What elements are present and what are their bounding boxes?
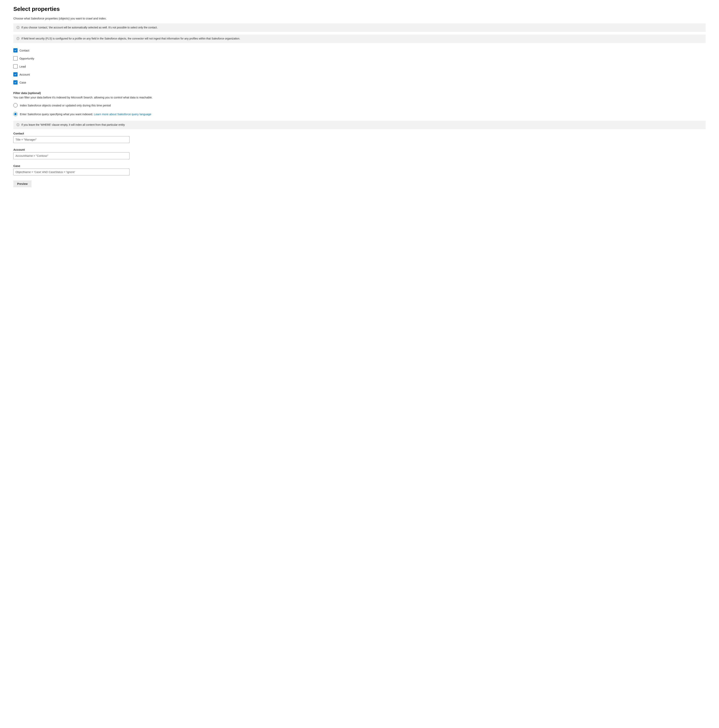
learn-more-link[interactable]: Learn more about Salesforce query langua… bbox=[94, 113, 151, 116]
checkbox-account[interactable]: Account bbox=[13, 72, 706, 76]
query-input-case[interactable] bbox=[13, 168, 130, 176]
radio-button[interactable] bbox=[13, 103, 18, 107]
checkbox-label: Account bbox=[20, 73, 30, 76]
filter-heading: Filter data (optional) bbox=[13, 91, 706, 95]
info-banner-where: If you leave the 'WHERE' clause empty, i… bbox=[13, 121, 706, 129]
checkbox-case[interactable]: Case bbox=[13, 80, 706, 84]
checkbox-label: Lead bbox=[20, 65, 26, 68]
info-banner-contact: If you choose 'contact,' the account wil… bbox=[13, 23, 706, 32]
checkbox-box[interactable] bbox=[13, 72, 18, 76]
info-banner-message: If you leave the 'WHERE' clause empty, i… bbox=[21, 123, 125, 127]
query-field-contact: Contact bbox=[13, 132, 706, 143]
checkbox-box[interactable] bbox=[13, 48, 18, 52]
svg-point-1 bbox=[18, 27, 18, 27]
field-label: Case bbox=[13, 164, 706, 167]
filter-sub: You can filter your data before it's ind… bbox=[13, 96, 706, 99]
info-banner-message: If you choose 'contact,' the account wil… bbox=[21, 26, 158, 29]
checkbox-label: Contact bbox=[20, 49, 29, 52]
info-icon bbox=[17, 26, 20, 29]
query-field-case: Case bbox=[13, 164, 706, 176]
preview-button[interactable]: Preview bbox=[13, 180, 32, 187]
radio-query[interactable]: Enter Salesforce query specifying what y… bbox=[13, 112, 706, 116]
svg-rect-5 bbox=[18, 38, 18, 39]
radio-label: Enter Salesforce query specifying what y… bbox=[20, 113, 151, 116]
svg-point-7 bbox=[18, 124, 18, 124]
info-icon bbox=[17, 37, 20, 41]
svg-rect-8 bbox=[18, 124, 18, 125]
checkbox-lead[interactable]: Lead bbox=[13, 64, 706, 69]
radio-button[interactable] bbox=[13, 112, 18, 116]
info-icon bbox=[17, 123, 20, 127]
query-field-account: Account bbox=[13, 148, 706, 159]
checkbox-box[interactable] bbox=[13, 64, 18, 69]
radio-time-period[interactable]: Index Salesforce objects created or upda… bbox=[13, 103, 706, 107]
radio-label-text: Enter Salesforce query specifying what y… bbox=[20, 113, 94, 116]
checkbox-label: Case bbox=[20, 81, 26, 84]
checkbox-box[interactable] bbox=[13, 80, 18, 84]
checkbox-contact[interactable]: Contact bbox=[13, 48, 706, 52]
query-input-account[interactable] bbox=[13, 152, 130, 159]
query-input-contact[interactable] bbox=[13, 136, 130, 143]
radio-label: Index Salesforce objects created or upda… bbox=[20, 104, 111, 107]
info-banner-message: If field level security (FLS) is configu… bbox=[21, 37, 240, 41]
field-label: Account bbox=[13, 148, 706, 151]
svg-point-4 bbox=[18, 38, 18, 38]
field-label: Contact bbox=[13, 132, 706, 135]
checkbox-box[interactable] bbox=[13, 56, 18, 60]
svg-rect-2 bbox=[18, 27, 18, 28]
checkbox-label: Opportunity bbox=[20, 57, 34, 60]
object-checkbox-list: Contact Opportunity Lead Account Case bbox=[13, 48, 706, 84]
page-title: Select properties bbox=[13, 6, 706, 12]
info-banner-fls: If field level security (FLS) is configu… bbox=[13, 35, 706, 43]
checkbox-opportunity[interactable]: Opportunity bbox=[13, 56, 706, 60]
page-subtitle: Choose what Salesforce properties (objec… bbox=[13, 17, 706, 20]
